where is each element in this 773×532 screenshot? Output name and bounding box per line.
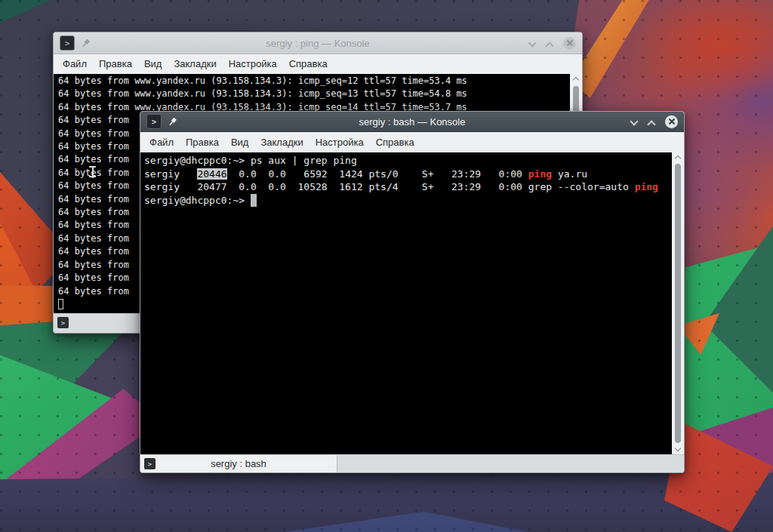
desktop: > sergiy : ping — Konsole ФайлПравкаВидЗ… xyxy=(0,0,773,532)
wallpaper-triangle xyxy=(694,219,773,400)
terminal-line: 64 bytes from www.yandex.ru (93.158.134.… xyxy=(58,75,570,88)
pin-icon[interactable] xyxy=(81,38,91,48)
scroll-down-icon[interactable] xyxy=(675,446,681,452)
terminal-cursor xyxy=(58,299,63,309)
menubar: ФайлПравкаВидЗакладкиНастройкаСправка xyxy=(140,132,684,152)
wallpaper-triangle xyxy=(676,407,773,490)
tab-label: sergiy : bash xyxy=(211,458,266,469)
maximize-button[interactable] xyxy=(648,118,654,125)
close-button[interactable] xyxy=(563,37,576,50)
terminal-line: sergiy 20477 0.0 0.0 10528 1612 pts/4 S+… xyxy=(144,180,672,194)
menu-item[interactable]: Файл xyxy=(57,54,93,74)
menu-item[interactable]: Вид xyxy=(138,54,168,74)
tab-sergiy-bash[interactable]: sergiy : bash xyxy=(140,455,337,472)
wallpaper-bottom-strip xyxy=(0,468,773,532)
highlighted-text: ping xyxy=(635,181,658,192)
menu-item[interactable]: Правка xyxy=(180,133,225,152)
menu-item[interactable]: Правка xyxy=(93,54,138,74)
menu-item[interactable]: Настройка xyxy=(310,133,370,152)
scrollbar-thumb[interactable] xyxy=(675,164,681,443)
konsole-app-icon: > xyxy=(146,114,162,129)
wallpaper-triangle xyxy=(0,223,53,396)
minimize-button[interactable] xyxy=(630,118,637,125)
titlebar[interactable]: > sergiy : ping — Konsole xyxy=(54,32,582,54)
close-button[interactable] xyxy=(665,115,678,128)
konsole-glyph: > xyxy=(152,117,157,127)
wallpaper-triangle xyxy=(0,0,68,23)
menu-item[interactable]: Закладки xyxy=(254,133,309,152)
konsole-glyph: > xyxy=(65,38,70,48)
pin-icon[interactable] xyxy=(168,117,177,127)
new-tab-glyph: > xyxy=(148,460,152,468)
tab-bar: sergiy : bash > xyxy=(140,454,684,472)
window-title: sergiy : bash — Konsole xyxy=(140,116,684,128)
titlebar[interactable]: > sergiy : bash — Konsole xyxy=(140,112,684,132)
highlighted-text: ping xyxy=(528,168,552,180)
scroll-up-icon[interactable] xyxy=(573,76,579,82)
menu-item[interactable]: Вид xyxy=(225,133,255,152)
terminal-line: 64 bytes from www.yandex.ru (93.158.134.… xyxy=(58,88,570,100)
selected-text: 20446 xyxy=(197,168,226,180)
wallpaper-triangle xyxy=(0,483,42,532)
terminal-cursor xyxy=(251,194,257,208)
new-tab-button[interactable]: > xyxy=(144,458,156,469)
scroll-up-icon[interactable] xyxy=(675,155,681,161)
menu-item[interactable]: Настройка xyxy=(223,54,283,74)
window-konsole-bash: > sergiy : bash — Konsole ФайлПравкаВидЗ… xyxy=(140,111,685,473)
menubar: ФайлПравкаВидЗакладкиНастройкаСправка xyxy=(54,54,582,74)
wallpaper-triangle xyxy=(0,343,121,490)
konsole-app-icon: > xyxy=(60,35,75,51)
wallpaper-triangle xyxy=(0,383,162,519)
terminal-line: sergiy@dhcppc0:~> xyxy=(144,194,672,208)
wallpaper-triangle xyxy=(676,185,773,479)
new-tab-glyph: > xyxy=(61,319,65,327)
scrollbar[interactable] xyxy=(672,152,684,454)
menu-item[interactable]: Справка xyxy=(370,133,420,152)
terminal-line: sergiy@dhcppc0:~> ps aux | grep ping xyxy=(144,154,672,168)
menu-item[interactable]: Закладки xyxy=(168,54,222,74)
terminal-line: sergiy 20446 0.0 0.0 6592 1424 pts/0 S+ … xyxy=(144,168,672,181)
maximize-button[interactable] xyxy=(546,40,553,47)
menu-item[interactable]: Справка xyxy=(283,54,334,74)
wallpaper-triangle xyxy=(279,507,528,532)
new-tab-button[interactable]: > xyxy=(57,317,69,328)
window-title: sergiy : ping — Konsole xyxy=(54,38,582,49)
terminal-view-bash[interactable]: sergiy@dhcppc0:~> ps aux | grep pingserg… xyxy=(140,152,684,454)
minimize-button[interactable] xyxy=(528,40,535,47)
menu-item[interactable]: Файл xyxy=(143,133,180,152)
